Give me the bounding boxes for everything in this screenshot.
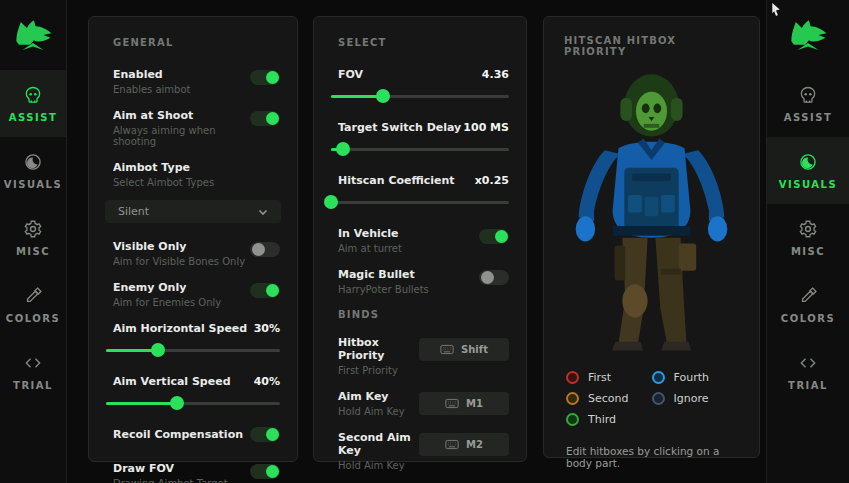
second-aim-key-keybind-button[interactable]: M2 (419, 433, 509, 456)
visible-only-toggle[interactable] (250, 242, 280, 257)
wolf-logo-icon (787, 17, 829, 53)
slider-knob[interactable] (376, 89, 390, 103)
sidebar-item-trial[interactable]: TRIAL (767, 338, 849, 405)
toggle-knob (266, 465, 279, 478)
setting-row-magic-bullet: Magic Bullet HarryPoter Bullets (329, 268, 511, 295)
legend-item-ignore[interactable]: Ignore (652, 388, 738, 408)
hitscan-coefficient-slider[interactable] (331, 195, 509, 209)
eyedropper-icon (798, 286, 818, 306)
in-vehicle-toggle[interactable] (479, 229, 509, 244)
sidebar-item-assist[interactable]: ASSIST (0, 70, 66, 137)
toggle-knob (495, 230, 508, 243)
legend-label: Fourth (674, 371, 709, 384)
sidebar-item-trial[interactable]: TRIAL (0, 338, 66, 405)
panel-title: HITSCAN HITBOX PRIORITY (564, 35, 739, 57)
sidebar-item-label: MISC (791, 246, 825, 257)
setting-row-enemy-only: Enemy Only Aim for Enemies Only (104, 281, 282, 308)
hitbox-legend: First Second Third Fourth Ignore (564, 367, 739, 429)
slider-value: 4.36 (482, 68, 509, 81)
skull-icon (23, 85, 43, 105)
slider-knob[interactable] (324, 195, 338, 209)
setting-label: Aim Horizontal Speed (113, 322, 247, 335)
sidebar-item-label: TRIAL (13, 380, 53, 391)
keybind-value: M1 (466, 398, 483, 409)
setting-row-recoil: Recoil Compensation (104, 428, 282, 442)
panel-title: GENERAL (113, 37, 273, 48)
sidebar-item-label: TRIAL (788, 380, 828, 391)
enemy-only-toggle[interactable] (250, 283, 280, 298)
slider-header-aim-horizontal: Aim Horizontal Speed 30% (104, 322, 282, 335)
code-icon (798, 353, 818, 373)
chevron-down-icon (257, 206, 269, 218)
setting-label: Enemy Only (113, 281, 221, 294)
legend-label: First (588, 371, 611, 384)
bind-row-hitbox-priority: Hitbox Priority First Priority Shift (329, 336, 511, 376)
priority-dot-ignore[interactable] (652, 392, 665, 405)
sidebar-item-misc[interactable]: MISC (767, 204, 849, 271)
aim-key-keybind-button[interactable]: M1 (419, 392, 509, 415)
sidebar-item-colors[interactable]: COLORS (0, 271, 66, 338)
slider-header-fov: FOV 4.36 (329, 68, 511, 81)
priority-dot-third[interactable] (566, 413, 579, 426)
setting-label: FOV (338, 68, 363, 81)
sidebar-item-label: COLORS (6, 313, 60, 324)
gear-icon (23, 219, 43, 239)
keybind-value: Shift (461, 344, 488, 355)
sidebar-item-colors[interactable]: COLORS (767, 271, 849, 338)
slider-track (331, 148, 509, 151)
legend-item-fourth[interactable]: Fourth (652, 367, 738, 387)
legend-item-first[interactable]: First (566, 367, 652, 387)
setting-row-aimbot-type: Aimbot Type Select Aimbot Types (104, 161, 282, 188)
toggle-knob (266, 428, 279, 441)
setting-label: Hitbox Priority (338, 336, 419, 362)
panel-title: SELECT (338, 37, 502, 48)
toggle-knob (252, 243, 265, 256)
magic-bullet-toggle[interactable] (479, 270, 509, 285)
priority-dot-second[interactable] (566, 392, 579, 405)
draw-fov-toggle[interactable] (250, 464, 280, 479)
legend-item-third[interactable]: Third (566, 409, 652, 429)
sidebar-item-visuals[interactable]: VISUALS (0, 137, 66, 204)
toggle-knob (266, 284, 279, 297)
setting-subtitle: Enables aimbot (113, 84, 191, 95)
recoil-compensation-toggle[interactable] (250, 427, 280, 442)
setting-subtitle: Hold Aim Key (338, 460, 419, 471)
character-model[interactable] (564, 63, 739, 353)
sidebar-item-misc[interactable]: MISC (0, 204, 66, 271)
toggle-knob (266, 71, 279, 84)
slider-knob[interactable] (151, 343, 165, 357)
enabled-toggle[interactable] (250, 70, 280, 85)
setting-label: In Vehicle (338, 227, 402, 240)
legend-label: Second (588, 392, 628, 405)
slider-header-aim-vertical: Aim Vertical Speed 40% (104, 375, 282, 388)
setting-label: Aim Key (338, 390, 405, 403)
setting-subtitle: HarryPoter Bullets (338, 284, 429, 295)
target-switch-delay-slider[interactable] (331, 142, 509, 156)
aimbot-type-dropdown[interactable]: Silent (105, 200, 281, 223)
gear-icon (798, 219, 818, 239)
bind-row-aim-key: Aim Key Hold Aim Key M1 (329, 390, 511, 417)
sidebar-item-assist[interactable]: ASSIST (767, 70, 849, 137)
priority-dot-first[interactable] (566, 371, 579, 384)
setting-label: Aimbot Type (113, 161, 214, 174)
panel-select: SELECT FOV 4.36 Target Switch Delay 100 … (313, 16, 527, 462)
app-logo (0, 0, 66, 70)
code-icon (23, 353, 43, 373)
aim-at-shoot-toggle[interactable] (250, 111, 280, 126)
aim-horizontal-speed-slider[interactable] (106, 343, 280, 357)
fov-slider[interactable] (331, 89, 509, 103)
keyboard-icon (445, 398, 459, 409)
priority-dot-fourth[interactable] (652, 371, 665, 384)
hitbox-priority-keybind-button[interactable]: Shift (419, 338, 509, 361)
setting-row-draw-fov: Draw FOV Drawing Aimbot Target Zone (104, 462, 282, 483)
sidebar-item-label: COLORS (781, 313, 835, 324)
slider-knob[interactable] (170, 396, 184, 410)
setting-subtitle: Aim for Enemies Only (113, 297, 221, 308)
bind-row-second-aim-key: Second Aim Key Hold Aim Key M2 (329, 431, 511, 471)
slider-knob[interactable] (336, 142, 350, 156)
aim-vertical-speed-slider[interactable] (106, 396, 280, 410)
legend-item-second[interactable]: Second (566, 388, 652, 408)
sidebar-item-visuals[interactable]: VISUALS (767, 137, 849, 204)
slider-fill (106, 402, 177, 405)
setting-label: Second Aim Key (338, 431, 419, 457)
